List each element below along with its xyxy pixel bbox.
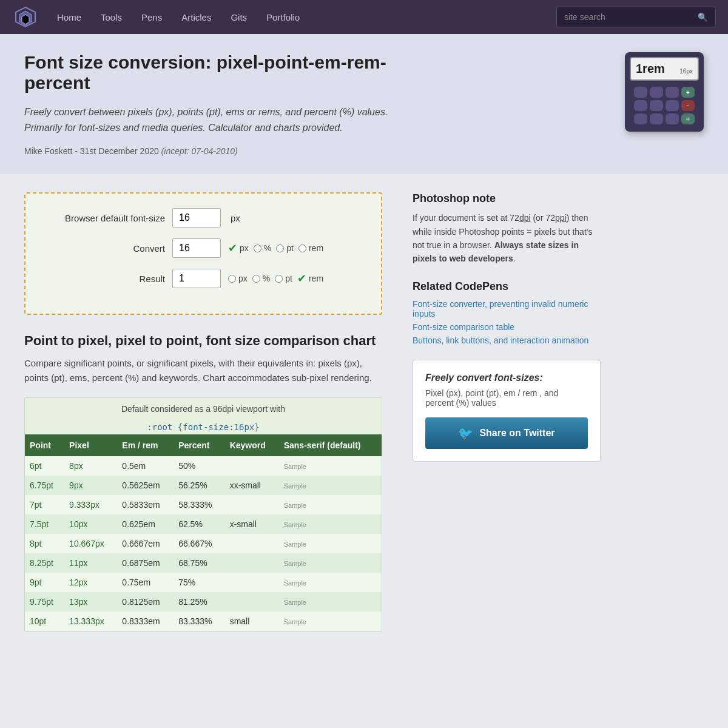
table-row: 8.25pt 11px 0.6875em 68.75% Sample: [25, 553, 382, 573]
nav-home[interactable]: Home: [49, 7, 90, 27]
percent-radio[interactable]: [254, 244, 261, 252]
col-sample: Sans-serif (default): [279, 434, 382, 456]
col-pixel: Pixel: [64, 434, 117, 456]
cell-sample: Sample: [279, 456, 382, 476]
page-title: Font size conversion: pixel-point-em-rem…: [24, 52, 413, 93]
convert-input[interactable]: [172, 238, 221, 258]
convert-units: ✔ px % pt rem: [228, 241, 323, 255]
calc-buttons: + − =: [625, 84, 704, 132]
calc-unit: 16px: [679, 68, 693, 75]
result-percent[interactable]: %: [252, 274, 270, 283]
related-link-2[interactable]: Font-size comparison table: [413, 322, 601, 332]
result-pt[interactable]: pt: [275, 274, 292, 283]
cell-sample: Sample: [279, 573, 382, 592]
pt-radio[interactable]: [276, 244, 284, 252]
calc-btn-5[interactable]: [650, 100, 663, 111]
cell-pt: 10pt: [25, 612, 64, 631]
search-input[interactable]: [557, 7, 690, 27]
cell-em: 0.6875em: [117, 553, 174, 573]
cell-px: 11px: [64, 553, 117, 573]
twitter-bird-icon: 🐦: [458, 426, 473, 440]
result-pct-label: %: [263, 274, 270, 283]
checkmark-icon: ✔: [228, 241, 237, 255]
cell-pt: 8pt: [25, 534, 64, 553]
table-row: 7.5pt 10px 0.625em 62.5% x-small Sample: [25, 514, 382, 534]
related-codepens: Related CodePens Font-size converter, pr…: [413, 280, 601, 345]
convert-row: Convert ✔ px % pt: [44, 238, 363, 258]
result-label: Result: [44, 274, 165, 284]
col-percent: Percent: [174, 434, 224, 456]
result-input[interactable]: [172, 269, 221, 288]
photoshop-title: Photoshop note: [413, 192, 601, 205]
cell-kw: [225, 495, 279, 514]
cell-pct: 75%: [174, 573, 224, 592]
nav-tools[interactable]: Tools: [92, 7, 130, 27]
result-checkmark-icon: ✔: [297, 272, 306, 285]
convert-label: Convert: [44, 243, 165, 254]
result-pt-radio[interactable]: [275, 275, 283, 283]
nav-articles[interactable]: Articles: [173, 7, 220, 27]
main-content: Browser default font-size px Convert ✔ p…: [0, 174, 728, 650]
calc-btn-6[interactable]: [666, 100, 679, 111]
cell-pt: 8.25pt: [25, 553, 64, 573]
hero-section: Font size conversion: pixel-point-em-rem…: [0, 34, 728, 174]
convert-pt[interactable]: pt: [276, 243, 294, 253]
table-row: 8pt 10.667px 0.6667em 66.667% Sample: [25, 534, 382, 553]
cell-kw: [225, 592, 279, 612]
navbar: Home Tools Pens Articles Gits Portfolio …: [0, 0, 728, 34]
search-button[interactable]: 🔍: [690, 8, 715, 27]
table-row: 9.75pt 13px 0.8125em 81.25% Sample: [25, 592, 382, 612]
calc-value: 1rem: [636, 62, 665, 76]
cell-pct: 62.5%: [174, 514, 224, 534]
cell-em: 0.5625em: [117, 476, 174, 495]
nav-portfolio[interactable]: Portfolio: [258, 7, 308, 27]
cell-kw: [225, 534, 279, 553]
calc-btn-4[interactable]: [634, 100, 647, 111]
nav-links: Home Tools Pens Articles Gits Portfolio: [49, 7, 556, 27]
cell-pt: 7.5pt: [25, 514, 64, 534]
default-input[interactable]: [172, 208, 221, 228]
calculator-widget: 1rem 16px + − =: [625, 52, 704, 132]
cell-sample: Sample: [279, 495, 382, 514]
twitter-btn-label: Share on Twitter: [479, 428, 554, 439]
col-keyword: Keyword: [225, 434, 279, 456]
photoshop-text: If your document is set at 72dpi (or 72p…: [413, 211, 601, 266]
calc-btn-minus[interactable]: −: [681, 100, 695, 111]
cell-px: 13.333px: [64, 612, 117, 631]
site-logo[interactable]: [12, 4, 39, 30]
cell-px: 10px: [64, 514, 117, 534]
related-link-1[interactable]: Font-size converter, preventing invalid …: [413, 299, 601, 318]
cell-kw: [225, 553, 279, 573]
calc-btn-7[interactable]: [634, 113, 647, 124]
calc-btn-8[interactable]: [650, 113, 663, 124]
result-rem-label: rem: [309, 274, 323, 283]
calc-btn-9[interactable]: [666, 113, 679, 124]
convert-rem[interactable]: rem: [298, 243, 323, 253]
table-row: 6.75pt 9px 0.5625em 56.25% xx-small Samp…: [25, 476, 382, 495]
rem-radio[interactable]: [298, 244, 306, 252]
calc-btn-eq[interactable]: =: [681, 113, 695, 124]
calc-btn-plus[interactable]: +: [681, 87, 695, 98]
related-link-3[interactable]: Buttons, link buttons, and interaction a…: [413, 335, 601, 345]
convert-px[interactable]: ✔ px: [228, 241, 249, 255]
convert-percent[interactable]: %: [254, 243, 271, 253]
result-pct-radio[interactable]: [252, 275, 260, 283]
calc-btn-2[interactable]: [650, 87, 663, 98]
cell-sample: Sample: [279, 476, 382, 495]
result-px-radio[interactable]: [228, 275, 236, 283]
result-px[interactable]: px: [228, 274, 248, 283]
cell-em: 0.5em: [117, 456, 174, 476]
nav-pens[interactable]: Pens: [133, 7, 170, 27]
nav-gits[interactable]: Gits: [222, 7, 255, 27]
result-rem[interactable]: ✔ rem: [297, 272, 323, 285]
share-twitter-button[interactable]: 🐦 Share on Twitter: [425, 417, 588, 449]
cell-px: 9.333px: [64, 495, 117, 514]
comparison-table: Point Pixel Em / rem Percent Keyword San…: [25, 434, 382, 631]
calc-btn-1[interactable]: [634, 87, 647, 98]
calc-btn-3[interactable]: [666, 87, 679, 98]
cell-sample: Sample: [279, 612, 382, 631]
px-label: px: [240, 243, 249, 253]
cell-px: 9px: [64, 476, 117, 495]
cell-pct: 50%: [174, 456, 224, 476]
default-unit: px: [231, 213, 240, 223]
